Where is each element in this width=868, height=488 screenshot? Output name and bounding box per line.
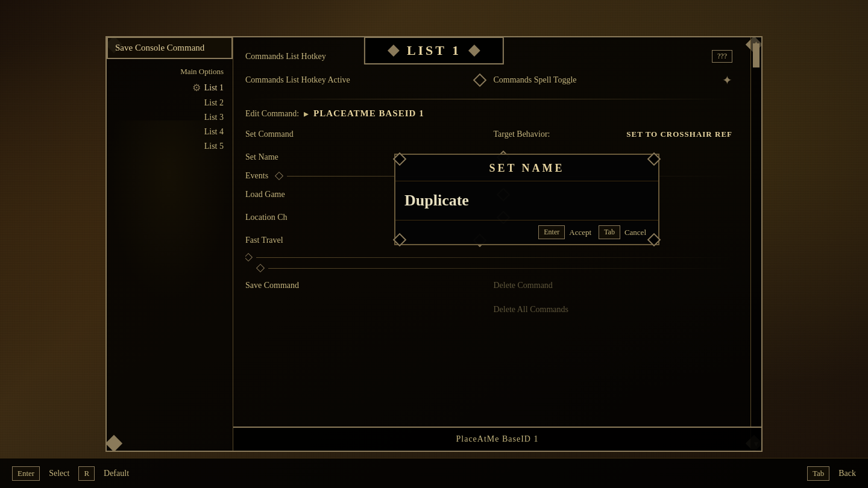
set-name-modal: SET NAME Enter Accept Tab Cancel <box>394 154 659 245</box>
modal-corner-tr <box>645 150 663 168</box>
modal-diamond-br <box>647 233 661 247</box>
tab-key: Tab <box>599 225 620 239</box>
modal-overlay: SET NAME Enter Accept Tab Cancel <box>0 0 868 488</box>
set-name-input[interactable] <box>404 189 649 213</box>
modal-input-area <box>395 181 658 221</box>
modal-diamond-tr <box>647 152 661 166</box>
accept-label: Accept <box>567 228 596 237</box>
modal-corner-tl <box>391 150 409 168</box>
modal-diamond-tl <box>393 152 407 166</box>
modal-corner-br <box>645 231 663 249</box>
modal-buttons: Enter Accept Tab Cancel <box>395 221 658 244</box>
modal-title: SET NAME <box>395 155 658 181</box>
modal-corner-bl <box>391 231 409 249</box>
enter-key: Enter <box>538 225 565 239</box>
modal-diamond-bl <box>393 233 407 247</box>
